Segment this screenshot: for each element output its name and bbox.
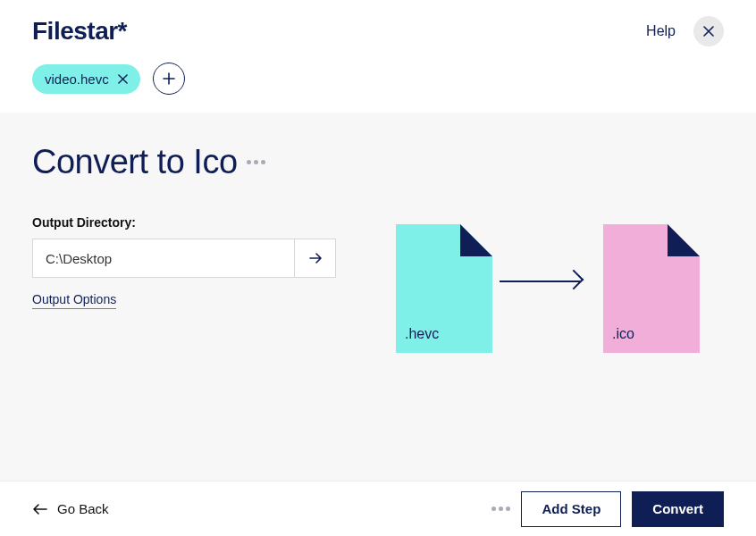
- source-ext-label: .hevc: [405, 326, 439, 342]
- output-options-link[interactable]: Output Options: [32, 292, 116, 309]
- page-fold-icon: [460, 224, 492, 256]
- page-fold-icon: [668, 224, 700, 256]
- add-step-button[interactable]: Add Step: [521, 491, 621, 527]
- convert-button[interactable]: Convert: [632, 491, 724, 527]
- browse-directory-button[interactable]: [295, 239, 336, 278]
- app-logo: Filestar*: [32, 17, 127, 46]
- help-link[interactable]: Help: [646, 23, 676, 39]
- plus-icon: [163, 72, 175, 85]
- file-chip-label: video.hevc: [45, 71, 109, 87]
- remove-file-button[interactable]: [118, 74, 128, 84]
- more-icon: [247, 160, 251, 164]
- go-back-label: Go Back: [57, 501, 109, 516]
- more-icon: [491, 507, 496, 511]
- arrow-right-icon: [307, 250, 323, 266]
- file-chip[interactable]: video.hevc: [32, 64, 140, 94]
- target-ext-label: .ico: [612, 326, 634, 342]
- conversion-diagram: .hevc .ico: [396, 224, 700, 353]
- output-directory-label: Output Directory:: [32, 215, 336, 230]
- arrow-left-icon: [32, 503, 48, 515]
- source-file-icon: .hevc: [396, 224, 492, 353]
- target-file-icon: .ico: [603, 224, 700, 353]
- close-icon: [118, 74, 128, 84]
- close-icon: [703, 26, 714, 37]
- arrow-right-icon: [500, 281, 580, 282]
- page-title: Convert to Ico: [32, 143, 238, 181]
- footer-more-button[interactable]: [491, 507, 510, 511]
- output-directory-input[interactable]: [32, 239, 295, 278]
- close-button[interactable]: [693, 16, 724, 46]
- add-file-button[interactable]: [153, 63, 185, 95]
- title-more-button[interactable]: [247, 160, 265, 164]
- go-back-button[interactable]: Go Back: [32, 501, 109, 516]
